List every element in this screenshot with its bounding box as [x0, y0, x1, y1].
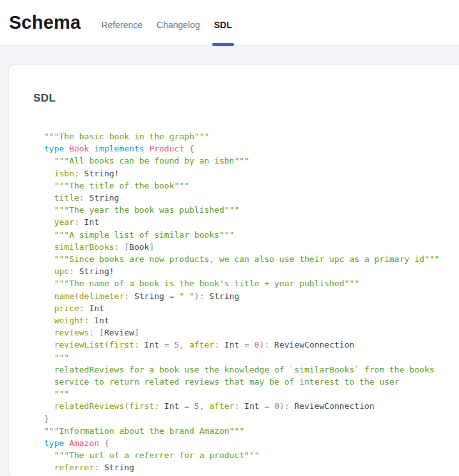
code-line: price: Int — [44, 302, 453, 314]
code-line: similarBooks: [Book] — [44, 241, 453, 253]
code-line: relatedReviews for a book use the knowle… — [44, 364, 453, 376]
code-line: """The year the book was published""" — [44, 204, 453, 216]
code-line: """All books can be found by an isbn""" — [44, 155, 453, 167]
active-tab-indicator — [212, 43, 234, 46]
code-line: """The title of the book""" — [44, 180, 453, 192]
schema-tabs: Reference Changelog SDL — [101, 3, 231, 47]
code-line: name(delimeter: String = " "): String — [44, 290, 453, 302]
code-line: upc: String! — [44, 265, 453, 277]
code-line: """ — [44, 351, 453, 364]
tab-changelog-label: Changelog — [157, 20, 200, 30]
card-heading: SDL — [33, 92, 453, 105]
code-line: reviews: [Review] — [44, 326, 453, 339]
main-content: SDL """The basic book in the graph"""typ… — [0, 45, 459, 476]
code-line: """The name of a book is the book's titl… — [44, 277, 453, 289]
code-line: type Book implements Product { — [44, 142, 453, 155]
tab-reference[interactable]: Reference — [101, 3, 143, 47]
code-line: year: Int — [44, 216, 453, 228]
tab-reference-label: Reference — [101, 20, 143, 30]
sdl-card: SDL """The basic book in the graph"""typ… — [8, 65, 459, 476]
code-line: """ — [44, 388, 453, 400]
code-line: title: String — [44, 192, 453, 204]
code-line: """Since books are now products, we can … — [44, 253, 453, 265]
tab-sdl[interactable]: SDL — [214, 3, 232, 47]
schema-header: Schema Reference Changelog SDL — [0, 0, 459, 45]
code-line: referrer: String — [44, 461, 453, 473]
code-line: isbn: String! — [44, 167, 453, 180]
code-line: type Amazon { — [44, 437, 453, 449]
code-line: """The basic book in the graph""" — [44, 130, 453, 142]
code-line: relatedReviews(first: Int = 5, after: In… — [44, 400, 453, 412]
code-line: """The url of a referrer for a product""… — [44, 449, 453, 461]
tab-changelog[interactable]: Changelog — [157, 3, 200, 47]
code-line: """Information about the brand Amazon""" — [44, 425, 453, 437]
code-line: weight: Int — [44, 314, 453, 326]
page-title: Schema — [9, 12, 81, 33]
code-line: service to return related reviews that m… — [44, 376, 453, 388]
code-line: } — [44, 413, 453, 425]
code-line: """A simple list of similar books""" — [44, 229, 453, 241]
tab-sdl-label: SDL — [214, 20, 232, 30]
code-line: reviewList(first: Int = 5, after: Int = … — [44, 339, 453, 351]
sdl-code: """The basic book in the graph"""type Bo… — [44, 130, 453, 476]
